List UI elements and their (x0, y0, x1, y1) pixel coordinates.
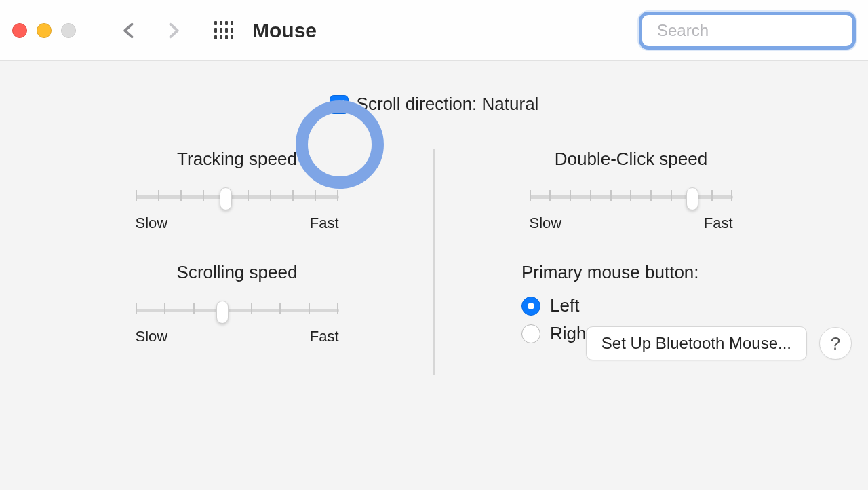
main-content: Scroll direction: Natural Tracking speed… (0, 61, 868, 375)
primary-button-left-radio[interactable] (521, 297, 540, 316)
scroll-direction-checkbox[interactable] (330, 95, 349, 114)
double-click-min-label: Slow (530, 214, 562, 232)
primary-button-left-label: Left (550, 295, 579, 316)
minimize-window-button[interactable] (37, 23, 52, 38)
tracking-speed-slider[interactable] (136, 186, 339, 206)
double-click-max-label: Fast (704, 214, 733, 232)
search-field[interactable] (639, 12, 856, 50)
close-window-button[interactable] (12, 23, 27, 38)
tracking-speed-group: Tracking speed Slow Fast (68, 149, 406, 232)
scrolling-speed-group: Scrolling speed Slow Fast (68, 262, 406, 345)
primary-button-title: Primary mouse button: (521, 262, 800, 283)
double-click-group: Double-Click speed Slow Fast (462, 149, 800, 232)
search-input[interactable] (657, 21, 860, 40)
primary-button-right-label: Right (550, 323, 591, 344)
scroll-direction-label: Scroll direction: Natural (357, 94, 539, 115)
toolbar: Mouse (0, 0, 868, 61)
tracking-max-label: Fast (310, 214, 339, 232)
tracking-min-label: Slow (136, 214, 168, 232)
window-controls (12, 23, 76, 38)
primary-button-right-radio[interactable] (521, 324, 540, 343)
double-click-slider[interactable] (530, 186, 733, 206)
scrolling-min-label: Slow (136, 328, 168, 345)
show-all-icon[interactable] (214, 21, 233, 40)
page-title: Mouse (252, 19, 317, 42)
scroll-direction-row: Scroll direction: Natural (41, 87, 827, 134)
scrolling-speed-slider[interactable] (136, 299, 339, 320)
scrolling-max-label: Fast (310, 328, 339, 345)
tracking-speed-title: Tracking speed (68, 149, 406, 170)
scrolling-speed-title: Scrolling speed (68, 262, 406, 283)
zoom-window-button[interactable] (61, 23, 76, 38)
setup-bluetooth-button[interactable]: Set Up Bluetooth Mouse... (586, 326, 807, 360)
nav-buttons (114, 16, 189, 45)
help-button[interactable]: ? (819, 327, 852, 360)
back-button[interactable] (114, 16, 144, 45)
double-click-title: Double-Click speed (462, 149, 800, 170)
footer: Set Up Bluetooth Mouse... ? (586, 326, 852, 360)
forward-button[interactable] (159, 16, 189, 45)
